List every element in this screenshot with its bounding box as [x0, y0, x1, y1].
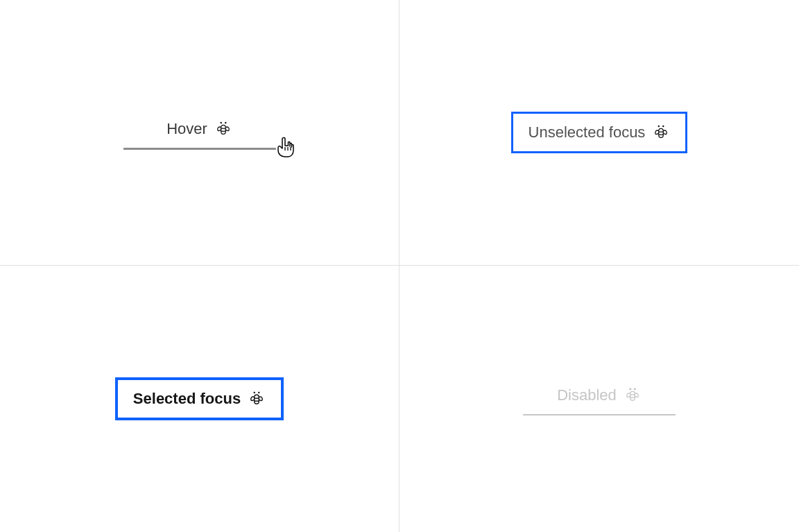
bee-icon — [214, 120, 232, 138]
svg-point-0 — [220, 121, 221, 123]
pointer-cursor-icon — [276, 137, 295, 160]
svg-point-9 — [662, 126, 664, 127]
tab-unselected-focus[interactable]: Unselected focus — [511, 112, 688, 153]
svg-point-8 — [658, 126, 660, 127]
svg-rect-20 — [630, 391, 635, 400]
svg-point-14 — [258, 392, 259, 393]
svg-point-18 — [629, 388, 630, 390]
tab-disabled-label: Disabled — [557, 388, 617, 403]
svg-rect-2 — [221, 125, 226, 134]
tab-unselected-focus-label: Unselected focus — [529, 125, 646, 140]
hover-tab-wrapper: Hover — [123, 116, 276, 150]
svg-rect-10 — [659, 128, 664, 137]
tab-hover-label: Hover — [166, 121, 207, 137]
tab-selected-focus-label: Selected focus — [133, 391, 241, 406]
disabled-underline — [523, 414, 676, 415]
bee-icon — [652, 123, 670, 141]
svg-point-13 — [254, 392, 255, 393]
svg-point-19 — [634, 388, 635, 390]
tab-hover[interactable]: Hover — [165, 116, 234, 142]
tab-states-grid: Hover — [0, 0, 799, 532]
cell-selected-focus: Selected focus — [0, 266, 400, 532]
disabled-tab-wrapper: Disabled — [523, 382, 676, 415]
tab-selected-focus[interactable]: Selected focus — [115, 377, 284, 420]
bee-icon — [248, 390, 266, 408]
svg-point-1 — [225, 121, 226, 123]
cell-hover: Hover — [0, 0, 400, 266]
svg-rect-15 — [255, 395, 259, 404]
cell-unselected-focus: Unselected focus — [400, 0, 799, 266]
cell-disabled: Disabled — [400, 266, 799, 532]
tab-disabled: Disabled — [556, 382, 643, 409]
bee-icon — [624, 386, 642, 404]
hover-underline — [123, 148, 276, 150]
